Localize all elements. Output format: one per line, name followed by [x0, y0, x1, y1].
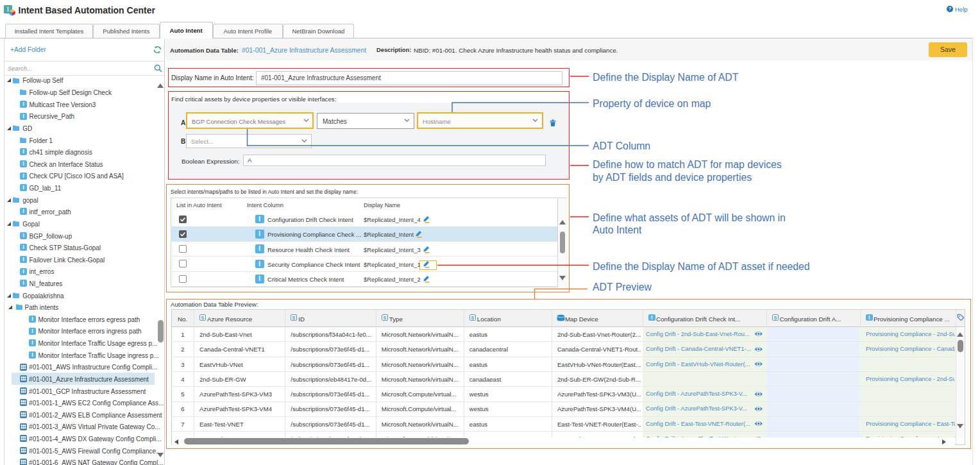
- svg-text:S: S: [471, 314, 474, 320]
- svg-text:S: S: [292, 314, 296, 320]
- svg-text:S: S: [383, 314, 386, 320]
- svg-text:S: S: [201, 314, 205, 320]
- svg-text:S: S: [773, 314, 777, 320]
